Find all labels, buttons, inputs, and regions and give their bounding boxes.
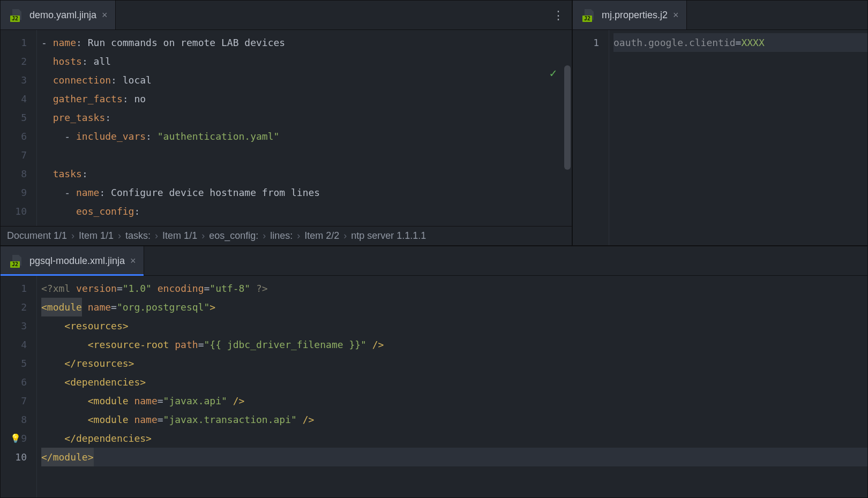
code-line[interactable]: <resource-root path="{{ jdbc_driver_file…	[41, 335, 867, 354]
line-gutter: 12345678910	[1, 276, 37, 497]
code-line[interactable]: - include_vars: "authentication.yaml"	[41, 127, 572, 146]
breadcrumb-segment[interactable]: Item 1/1	[162, 230, 197, 242]
code-line[interactable]: <?xml version="1.0" encoding="utf-8" ?>	[41, 279, 867, 298]
code-line[interactable]: </module>	[41, 448, 867, 466]
code-line[interactable]: - name: Configure device hostname from l…	[41, 183, 572, 202]
breadcrumb-segment[interactable]: lines:	[270, 230, 293, 242]
breadcrumb-segment[interactable]: tasks:	[125, 230, 151, 242]
analysis-ok-icon[interactable]: ✓	[550, 66, 557, 80]
tab-filename: demo.yaml.jinja	[29, 10, 96, 21]
chevron-right-icon: ›	[201, 230, 205, 242]
code-line[interactable]: <module name="javax.api" />	[41, 391, 867, 410]
code-line[interactable]: - name: Run commands on remote LAB devic…	[41, 33, 572, 52]
top-row: demo.yaml.jinja × ⋮ 12345678910 - name: …	[0, 0, 868, 246]
editor-body[interactable]: 1 oauth.google.clientid=XXXX	[573, 30, 867, 245]
code-line[interactable]: pre_tasks:	[41, 108, 572, 127]
jinja-file-icon	[10, 9, 24, 21]
breadcrumb-segment[interactable]: eos_config:	[209, 230, 258, 242]
code-area[interactable]: oauth.google.clientid=XXXX	[609, 30, 867, 245]
code-line[interactable]: gather_facts: no	[41, 89, 572, 108]
tab-bar: demo.yaml.jinja × ⋮	[1, 1, 572, 30]
code-line[interactable]: <resources>	[41, 316, 867, 335]
code-area[interactable]: - name: Run commands on remote LAB devic…	[37, 30, 572, 226]
chevron-right-icon: ›	[118, 230, 121, 242]
chevron-right-icon: ›	[155, 230, 158, 242]
close-icon[interactable]: ×	[130, 255, 136, 267]
code-line[interactable]: </dependencies>💡	[41, 429, 867, 448]
code-line[interactable]: hosts: all	[41, 52, 572, 71]
tab-mj-properties[interactable]: mj.properties.j2 ×	[573, 1, 687, 29]
tab-pgsql-module[interactable]: pgsql-module.xml.jinja ×	[1, 246, 144, 275]
tab-overflow-button[interactable]: ⋮	[552, 1, 564, 29]
breadcrumb-segment[interactable]: Item 1/1	[79, 230, 114, 242]
bottom-row: pgsql-module.xml.jinja × 12345678910 <?x…	[0, 246, 868, 498]
tab-filename: mj.properties.j2	[602, 10, 668, 21]
editor-body[interactable]: 12345678910 - name: Run commands on remo…	[1, 30, 572, 226]
tab-demo-yaml[interactable]: demo.yaml.jinja ×	[1, 1, 116, 29]
chevron-right-icon: ›	[263, 230, 266, 242]
close-icon[interactable]: ×	[673, 10, 679, 21]
intention-bulb-icon[interactable]: 💡	[10, 429, 21, 448]
code-line[interactable]: </resources>	[41, 354, 867, 373]
code-line[interactable]: <module name="org.postgresql">	[41, 298, 867, 316]
editor-pane-top-right: mj.properties.j2 × 1 oauth.google.client…	[572, 0, 868, 246]
editor-body[interactable]: 12345678910 <?xml version="1.0" encoding…	[1, 276, 867, 497]
breadcrumb[interactable]: Document 1/1›Item 1/1›tasks:›Item 1/1›eo…	[1, 226, 572, 245]
chevron-right-icon: ›	[297, 230, 300, 242]
code-area[interactable]: <?xml version="1.0" encoding="utf-8" ?><…	[37, 276, 867, 497]
scrollbar-thumb[interactable]	[564, 65, 571, 170]
tab-bar: pgsql-module.xml.jinja ×	[1, 246, 867, 276]
line-gutter: 1	[573, 30, 609, 245]
code-line[interactable]: <module name="javax.transaction.api" />	[41, 410, 867, 429]
code-line[interactable]: eos_config:	[41, 202, 572, 221]
breadcrumb-segment[interactable]: Item 2/2	[304, 230, 339, 242]
code-line[interactable]	[41, 146, 572, 164]
line-gutter: 12345678910	[1, 30, 37, 226]
code-line[interactable]: tasks:	[41, 164, 572, 183]
editor-pane-top-left: demo.yaml.jinja × ⋮ 12345678910 - name: …	[0, 0, 572, 246]
breadcrumb-segment[interactable]: Document 1/1	[7, 230, 67, 242]
jinja-file-icon	[582, 9, 596, 21]
breadcrumb-segment[interactable]: ntp server 1.1.1.1	[351, 230, 426, 242]
tab-filename: pgsql-module.xml.jinja	[29, 255, 125, 267]
chevron-right-icon: ›	[343, 230, 347, 242]
code-line[interactable]: <dependencies>	[41, 373, 867, 391]
jinja-file-icon	[10, 255, 24, 267]
tab-bar: mj.properties.j2 ×	[573, 1, 867, 30]
root: demo.yaml.jinja × ⋮ 12345678910 - name: …	[0, 0, 868, 498]
chevron-right-icon: ›	[71, 230, 74, 242]
code-line[interactable]: connection: local	[41, 71, 572, 89]
editor-pane-bottom: pgsql-module.xml.jinja × 12345678910 <?x…	[0, 246, 868, 498]
close-icon[interactable]: ×	[102, 10, 108, 21]
code-line[interactable]: oauth.google.clientid=XXXX	[613, 33, 867, 52]
